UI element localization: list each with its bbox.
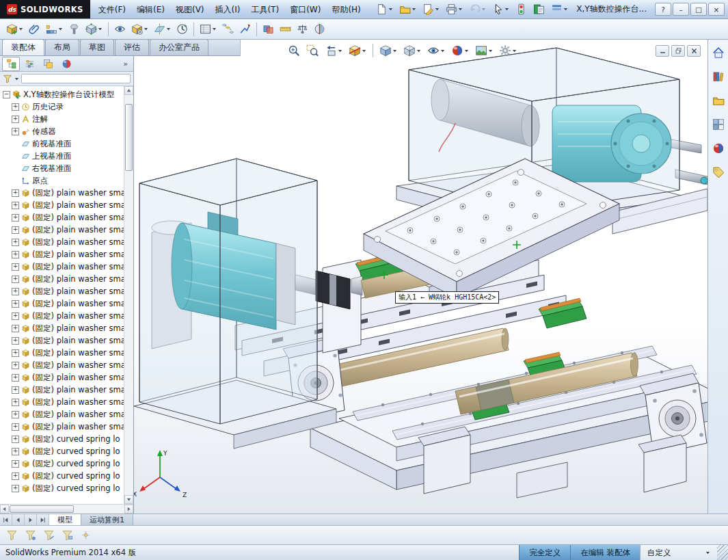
featuremanager-tab[interactable] (2, 57, 20, 71)
expander-icon[interactable] (12, 103, 19, 111)
expander-icon[interactable] (12, 349, 19, 357)
custom-properties-button[interactable] (711, 165, 726, 180)
configurationmanager-tab[interactable] (39, 57, 57, 71)
tree-item[interactable]: (固定) plain washer sma (3, 347, 124, 359)
smart-fasteners-button[interactable] (66, 21, 83, 37)
model-y-axis-base[interactable] (310, 328, 707, 498)
measure-button[interactable] (277, 21, 294, 37)
display-style-button[interactable] (401, 42, 424, 59)
select-tool-button[interactable] (489, 1, 512, 17)
tree-item[interactable]: 历史记录 (3, 101, 124, 113)
menu-window[interactable]: 窗口(W) (284, 0, 326, 19)
tree-item[interactable]: 传感器 (3, 125, 124, 137)
menu-tools[interactable]: 工具(T) (245, 0, 284, 19)
minimize-button[interactable]: – (673, 3, 689, 16)
document-restore-button[interactable] (671, 45, 685, 57)
tree-item[interactable]: (固定) curved spring lo (3, 482, 124, 494)
expander-icon[interactable] (12, 312, 19, 320)
document-close-button[interactable] (687, 45, 701, 57)
tree-item[interactable]: 右视基准面 (3, 162, 124, 174)
view-palette-button[interactable] (711, 117, 726, 132)
expander-icon[interactable] (12, 189, 19, 197)
interference-detection-button[interactable] (260, 21, 277, 37)
mate-button[interactable] (26, 21, 43, 37)
tree-item[interactable]: (固定) plain washer sma (3, 224, 124, 236)
tree-item[interactable]: (固定) plain washer sma (3, 421, 124, 433)
filter-faces-button[interactable] (59, 527, 76, 543)
tree-item[interactable]: (固定) curved spring lo (3, 470, 124, 482)
expander-icon[interactable] (12, 411, 19, 418)
next-tab-button[interactable] (25, 514, 37, 525)
expander-icon[interactable] (12, 362, 19, 369)
propertymanager-tab[interactable] (21, 57, 38, 71)
tree-item[interactable]: (固定) plain washer sma (3, 384, 124, 396)
filter-vertices-button[interactable] (22, 527, 39, 543)
tree-item[interactable]: (固定) plain washer sma (3, 334, 124, 347)
file-properties-button[interactable] (530, 1, 548, 17)
filter-funnel-icon[interactable] (3, 74, 12, 83)
file-explorer-button[interactable] (711, 93, 726, 108)
expander-icon[interactable] (12, 423, 19, 431)
menu-file[interactable]: 文件(F) (93, 0, 131, 19)
tree-item[interactable]: (固定) plain washer sma (3, 359, 124, 371)
prev-tab-button[interactable] (12, 514, 25, 525)
custom-dropdown[interactable]: 自定义 (640, 545, 717, 560)
show-hidden-components-button[interactable] (111, 21, 129, 37)
exploded-view-button[interactable] (219, 21, 237, 37)
solidworks-resources-button[interactable] (711, 45, 726, 60)
vertical-scrollbar[interactable] (124, 86, 133, 504)
scroll-right-button[interactable] (124, 505, 133, 514)
expander-icon[interactable] (12, 399, 19, 406)
expander-icon[interactable] (12, 300, 19, 308)
document-minimize-button[interactable] (656, 45, 669, 57)
expander-icon[interactable] (12, 337, 19, 345)
tab-motion-study-1[interactable]: 运动算例1 (81, 514, 133, 525)
close-button[interactable]: × (708, 3, 725, 16)
rebuild-button[interactable] (513, 1, 530, 17)
tree-item[interactable]: (固定) plain washer sma (3, 396, 124, 408)
view-orientation-button[interactable] (377, 42, 400, 59)
menu-edit[interactable]: 编辑(E) (131, 0, 170, 19)
first-tab-button[interactable] (0, 514, 12, 525)
quick-snaps-button[interactable] (77, 527, 94, 543)
resize-grip[interactable] (717, 545, 728, 560)
new-motion-study-button[interactable] (174, 21, 191, 37)
mass-properties-button[interactable] (294, 21, 311, 37)
filter-caret-icon[interactable] (14, 77, 19, 81)
tree-item[interactable]: (固定) plain washer sma (3, 285, 124, 297)
tree-item[interactable]: (固定) plain washer sma (3, 211, 124, 224)
tab-model[interactable]: 模型 (49, 514, 81, 525)
tree-item[interactable]: (固定) plain washer sma (3, 248, 124, 261)
appearances-scenes-button[interactable] (711, 141, 726, 156)
insert-components-button[interactable] (3, 21, 26, 37)
section-tool-button[interactable] (311, 21, 328, 37)
expander-icon[interactable] (12, 251, 19, 258)
expander-icon[interactable] (12, 116, 19, 123)
expander-icon[interactable] (3, 91, 10, 98)
tree-item[interactable]: (固定) plain washer sma (3, 199, 124, 211)
previous-view-button[interactable] (322, 42, 345, 59)
tree-item[interactable]: (固定) curved spring lo (3, 457, 124, 470)
model-left-servo-motor[interactable] (134, 159, 350, 449)
horizontal-scrollbar[interactable] (0, 504, 133, 514)
panel-expand-icon[interactable]: » (120, 59, 131, 68)
expander-icon[interactable] (12, 485, 19, 492)
tree-item[interactable]: 前视基准面 (3, 137, 124, 150)
help-button[interactable]: ? (655, 3, 671, 16)
model-3d-scene[interactable]: Y X Z (134, 40, 707, 514)
tree-filter-input[interactable] (21, 74, 131, 83)
tree-item[interactable]: (固定) plain washer sma (3, 236, 124, 248)
menu-insert[interactable]: 插入(I) (210, 0, 246, 19)
tab-layout[interactable]: 布局 (45, 39, 79, 55)
expander-icon[interactable] (12, 325, 19, 332)
tree-item[interactable]: (固定) curved spring lo (3, 445, 124, 457)
section-view-button[interactable] (346, 42, 369, 59)
tree-item[interactable]: (固定) plain washer sma (3, 273, 124, 285)
apply-scene-button[interactable] (472, 42, 496, 59)
assembly-features-button[interactable] (129, 21, 151, 37)
edit-appearance-button[interactable] (448, 42, 472, 59)
expander-icon[interactable] (12, 460, 19, 468)
reference-geometry-button[interactable] (151, 21, 174, 37)
scrollbar-thumb[interactable] (125, 104, 133, 171)
zoom-to-area-button[interactable] (304, 42, 321, 59)
